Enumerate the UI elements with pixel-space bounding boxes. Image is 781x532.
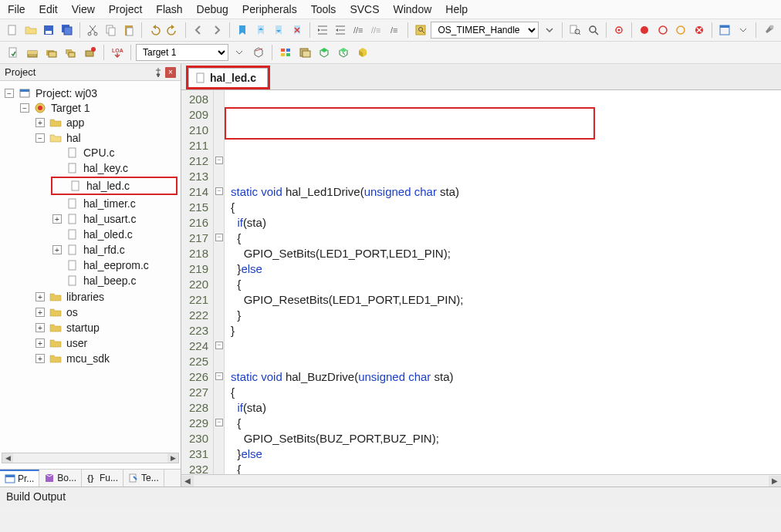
rebuild-button[interactable] [43, 44, 60, 61]
tab-templates[interactable]: Te... [123, 470, 164, 487]
code-editor[interactable]: 2082092102112122132142152162172182192202… [181, 90, 781, 474]
translate-button[interactable] [5, 44, 22, 61]
code-text-area[interactable]: static void hal_Led1Drive(unsigned char … [225, 90, 781, 474]
batch-build-button[interactable] [63, 44, 79, 61]
pack-installer-button[interactable] [316, 44, 333, 61]
open-file-button[interactable] [22, 22, 38, 39]
tree-file-halusart[interactable]: +hal_usart.c [51, 212, 178, 226]
fold-column[interactable]: − − − − − − [214, 90, 225, 474]
scroll-right-icon[interactable]: ▶ [769, 476, 781, 487]
menu-peripherals[interactable]: Peripherals [242, 3, 297, 15]
tree-folder-app[interactable]: +app [34, 116, 178, 130]
symbol-combo[interactable]: OS_TIMER_Handle [431, 22, 539, 39]
combo-dropdown-button[interactable] [541, 22, 556, 39]
close-panel-button[interactable]: × [165, 67, 176, 78]
nav-forward-button[interactable] [209, 22, 225, 39]
tree-file-haltimer[interactable]: hal_timer.c [51, 197, 178, 210]
project-hscrollbar[interactable]: ◀ ▶ [2, 453, 179, 463]
tree-project-root[interactable]: − Project: wj03 [3, 86, 178, 100]
bookmark-next-button[interactable] [271, 22, 286, 39]
menu-svcs[interactable]: SVCS [350, 3, 379, 15]
tab-project[interactable]: Pr... [0, 470, 39, 487]
menu-file[interactable]: File [8, 3, 25, 15]
tree-folder-libraries[interactable]: +libraries [34, 290, 178, 304]
menu-view[interactable]: View [72, 3, 95, 15]
nav-back-button[interactable] [191, 22, 206, 39]
kill-breakpoint-button[interactable] [691, 22, 707, 39]
expand-icon[interactable]: + [52, 214, 62, 224]
bookmark-clear-button[interactable] [289, 22, 304, 39]
window-layout-button[interactable] [717, 22, 732, 39]
menu-edit[interactable]: Edit [39, 3, 58, 15]
menu-tools[interactable]: Tools [311, 3, 336, 15]
incremental-search-button[interactable] [585, 22, 600, 39]
menu-debug[interactable]: Debug [197, 3, 228, 15]
copy-button[interactable] [103, 22, 118, 39]
build-output-panel-header[interactable]: Build Output [0, 487, 781, 508]
expand-icon[interactable]: + [36, 354, 45, 363]
tree-folder-user[interactable]: +user [34, 336, 178, 350]
target-combo[interactable]: Target 1 [136, 44, 228, 61]
scroll-left-icon[interactable]: ◀ [2, 453, 13, 463]
project-tree[interactable]: − Project: wj03 − Target 1 +ap [0, 81, 181, 469]
tree-folder-hal[interactable]: −hal [34, 131, 178, 145]
comment-button[interactable]: //≡ [351, 22, 367, 39]
window-layout-dropdown[interactable] [735, 22, 750, 39]
target-options-button[interactable] [250, 44, 267, 61]
manage-rte-button[interactable] [354, 44, 371, 61]
editor-hscrollbar[interactable]: ◀ ▶ [181, 474, 781, 487]
select-packs-button[interactable] [296, 44, 313, 61]
tree-folder-os[interactable]: +os [34, 305, 178, 319]
collapse-icon[interactable]: − [20, 103, 29, 113]
save-all-button[interactable] [59, 22, 74, 39]
debug-session-button[interactable] [611, 22, 627, 39]
bookmark-toggle-button[interactable] [235, 22, 250, 39]
stop-build-button[interactable] [82, 44, 99, 61]
target-dropdown-button[interactable] [231, 44, 248, 61]
tree-file-cpu[interactable]: CPU.c [51, 146, 178, 160]
insert-breakpoint-button[interactable] [637, 22, 652, 39]
menu-window[interactable]: Window [394, 3, 432, 15]
disable-breakpoint-button[interactable] [673, 22, 688, 39]
editor-tab-halled[interactable]: hal_led.c [188, 68, 268, 87]
expand-icon[interactable]: + [36, 338, 45, 348]
redo-button[interactable] [165, 22, 181, 39]
bookmark-prev-button[interactable] [252, 22, 268, 39]
save-button[interactable] [41, 22, 56, 39]
tree-file-halrfd[interactable]: +hal_rfd.c [51, 243, 178, 257]
build-button[interactable] [24, 44, 41, 61]
find-button[interactable] [413, 22, 428, 39]
scroll-left-icon[interactable]: ◀ [181, 476, 194, 487]
paste-button[interactable] [121, 22, 137, 39]
tree-file-haloled[interactable]: hal_oled.c [51, 227, 178, 241]
unindent-button[interactable] [333, 22, 348, 39]
configure-button[interactable] [761, 22, 776, 39]
menu-flash[interactable]: Flash [156, 3, 182, 15]
tree-folder-startup[interactable]: +startup [34, 321, 178, 335]
download-button[interactable]: LOAD [109, 44, 126, 61]
enable-breakpoint-button[interactable] [655, 22, 671, 39]
macro-button[interactable]: /≡ [387, 22, 403, 39]
tree-target[interactable]: − Target 1 [19, 101, 178, 115]
tab-books[interactable]: Bo... [39, 470, 82, 487]
tab-functions[interactable]: {} Fu... [82, 470, 123, 487]
expand-icon[interactable]: + [36, 308, 45, 317]
new-file-button[interactable] [5, 22, 20, 39]
uncomment-button[interactable]: //≡ [369, 22, 384, 39]
scroll-right-icon[interactable]: ▶ [167, 453, 178, 463]
collapse-icon[interactable]: − [36, 133, 45, 143]
cut-button[interactable] [85, 22, 100, 39]
manage-project-button[interactable] [277, 44, 294, 61]
menu-help[interactable]: Help [445, 3, 468, 15]
expand-icon[interactable]: + [36, 118, 45, 127]
pin-icon[interactable] [153, 67, 164, 78]
undo-button[interactable] [147, 22, 162, 39]
tree-file-haleeprom[interactable]: hal_eeprom.c [51, 258, 178, 272]
tree-file-halkey[interactable]: hal_key.c [51, 161, 178, 175]
expand-icon[interactable]: + [52, 245, 62, 254]
tree-folder-mcusdk[interactable]: +mcu_sdk [34, 352, 178, 365]
tree-file-halled[interactable]: hal_led.c [54, 179, 133, 193]
search-project-button[interactable] [567, 22, 583, 39]
expand-icon[interactable]: + [36, 292, 45, 301]
collapse-icon[interactable]: − [5, 89, 14, 98]
